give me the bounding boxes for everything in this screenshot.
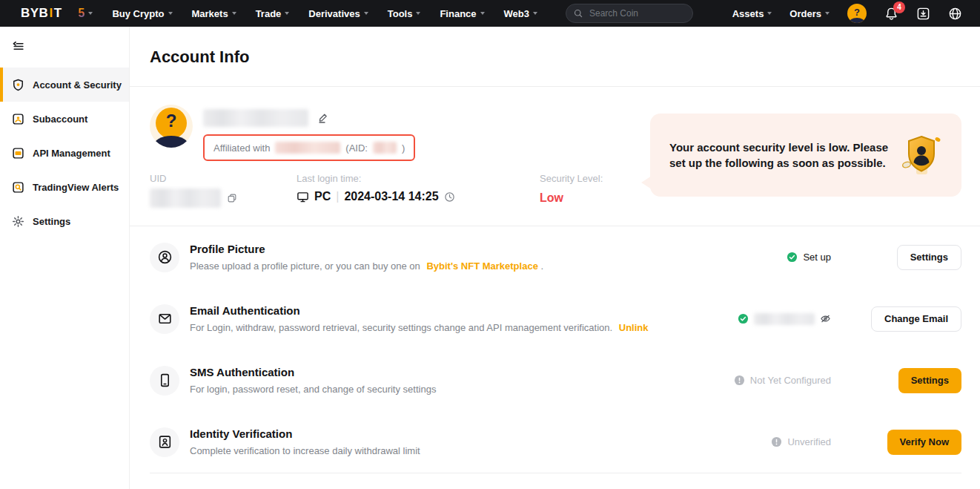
- status-badge: Not Yet Configured: [734, 375, 831, 386]
- sidebar-item-label: Account & Security: [33, 79, 122, 91]
- chevron-down-icon: [767, 12, 772, 15]
- security-settings-list: Profile Picture Please upload a profile …: [130, 226, 980, 473]
- sms-settings-button[interactable]: Settings: [898, 368, 961, 393]
- row-title: SMS Authentication: [190, 366, 436, 378]
- edit-nickname-icon[interactable]: [317, 112, 329, 124]
- anniversary-icon: 5: [79, 7, 85, 20]
- nav-orders[interactable]: Orders: [789, 8, 830, 19]
- nav-markets[interactable]: Markets: [192, 8, 236, 19]
- nav-label: Derivatives: [308, 8, 360, 19]
- login-time: 2024-03-14 14:25: [344, 190, 438, 203]
- nav-label: Finance: [440, 8, 476, 19]
- nav-label: Tools: [388, 8, 413, 19]
- download-app-icon[interactable]: [916, 7, 930, 21]
- copy-icon[interactable]: [227, 193, 237, 203]
- sidebar-item-account-security[interactable]: Account & Security: [0, 68, 129, 102]
- nav-label: Markets: [192, 8, 228, 19]
- row-identity-verification: Identity Verification Complete verificat…: [150, 411, 961, 473]
- uid-label: UID: [150, 173, 297, 184]
- notification-badge: 4: [893, 1, 905, 13]
- account-info-main: Account Info ?: [130, 27, 980, 489]
- censored-email: [754, 313, 815, 325]
- notifications-button[interactable]: 4: [884, 7, 898, 21]
- status-text: Not Yet Configured: [750, 375, 831, 386]
- avatar-shoulders: [153, 136, 189, 148]
- sidebar-item-api-management[interactable]: API Management: [0, 136, 129, 170]
- shield-icon: [12, 79, 24, 91]
- sidebar-collapse-icon[interactable]: [12, 40, 24, 53]
- profile-settings-button[interactable]: Settings: [897, 245, 961, 270]
- censored-username: [203, 109, 308, 127]
- status-badge: Unverified: [771, 436, 831, 447]
- subaccount-icon: [12, 113, 24, 125]
- last-login-label: Last login time:: [297, 173, 540, 184]
- censored-affiliate-name: [275, 142, 340, 154]
- search-input[interactable]: [588, 7, 677, 19]
- nav-web3[interactable]: Web3: [504, 8, 537, 19]
- api-icon: [12, 147, 24, 160]
- logo-accent: I: [49, 6, 53, 21]
- bybit-logo[interactable]: BYBIT: [21, 6, 62, 21]
- nav-tools[interactable]: Tools: [388, 8, 421, 19]
- profile-picture-icon: [150, 243, 179, 272]
- nav-buy-crypto[interactable]: Buy Crypto: [112, 8, 172, 19]
- affiliated-badge: Affiliated with (AID: ): [203, 134, 415, 161]
- nav-label: Trade: [256, 8, 282, 19]
- nav-trade[interactable]: Trade: [256, 8, 290, 19]
- chevron-down-icon: [168, 12, 173, 15]
- row-sms-authentication: SMS Authentication For login, password r…: [150, 349, 961, 411]
- nft-marketplace-link[interactable]: Bybit's NFT Marketplace: [426, 260, 537, 272]
- nav-assets[interactable]: Assets: [732, 8, 772, 19]
- security-level-label: Security Level:: [540, 173, 603, 184]
- security-warning-banner: Your account security level is low. Plea…: [650, 114, 961, 197]
- sidebar-item-tradingview-alerts[interactable]: TradingView Alerts: [0, 170, 129, 204]
- divider: [150, 473, 961, 473]
- row-desc-text: Please upload a profile picture, or you …: [190, 260, 420, 272]
- gear-icon: [12, 215, 24, 228]
- email-icon: [150, 304, 179, 334]
- monitor-icon: [297, 191, 309, 203]
- chevron-down-icon: [232, 12, 236, 15]
- device-type: PC: [314, 190, 331, 203]
- nav-label: Buy Crypto: [112, 8, 164, 19]
- change-email-button[interactable]: Change Email: [871, 306, 961, 332]
- clock-icon[interactable]: [444, 191, 455, 203]
- sidebar-item-label: API Management: [33, 148, 110, 159]
- page-title: Account Info: [150, 47, 961, 67]
- separator: |: [336, 190, 339, 203]
- nav-derivatives[interactable]: Derivatives: [308, 8, 368, 19]
- row-title: Identity Verification: [190, 427, 420, 440]
- sidebar-item-label: Subaccount: [33, 114, 87, 125]
- status-badge: Set up: [787, 252, 831, 263]
- sidebar-item-label: TradingView Alerts: [33, 182, 119, 193]
- sidebar-item-settings[interactable]: Settings: [0, 204, 129, 238]
- bybit-account-page: BYBIT 5 Buy Crypto Markets Trade Derivat…: [0, 0, 980, 489]
- user-avatar[interactable]: ?: [847, 4, 867, 23]
- chevron-down-icon: [285, 12, 289, 15]
- coin-search-box[interactable]: [566, 4, 693, 23]
- status-badge: [738, 313, 831, 325]
- profile-avatar[interactable]: ?: [150, 105, 193, 148]
- avatar-question-glyph: ?: [166, 111, 177, 131]
- main-nav-menu: Buy Crypto Markets Trade Derivatives Too…: [112, 8, 537, 19]
- language-globe-icon[interactable]: [948, 7, 962, 21]
- exclamation-circle-icon: [771, 436, 782, 447]
- logo-text: BYB: [21, 6, 48, 21]
- logo-text-2: T: [54, 6, 62, 21]
- search-icon: [574, 9, 583, 18]
- verify-now-button[interactable]: Verify Now: [887, 430, 961, 455]
- row-description: For Login, withdraw, password retrieval,…: [190, 322, 648, 333]
- eye-off-icon[interactable]: [820, 313, 831, 324]
- unlink-link[interactable]: Unlink: [619, 322, 649, 333]
- nav-finance[interactable]: Finance: [440, 8, 484, 19]
- phone-icon: [150, 366, 179, 396]
- anniversary-menu[interactable]: 5: [79, 7, 93, 20]
- nav-label: Assets: [732, 8, 764, 19]
- sidebar-item-subaccount[interactable]: Subaccount: [0, 102, 129, 136]
- nav-label: Web3: [504, 8, 529, 19]
- navbar-right: Assets Orders ? 4: [732, 4, 962, 23]
- row-desc-text: For Login, withdraw, password retrieval,…: [190, 322, 612, 333]
- security-shield-illustration: [898, 131, 945, 179]
- nav-label: Orders: [789, 8, 821, 19]
- security-level-value: Low: [540, 191, 603, 205]
